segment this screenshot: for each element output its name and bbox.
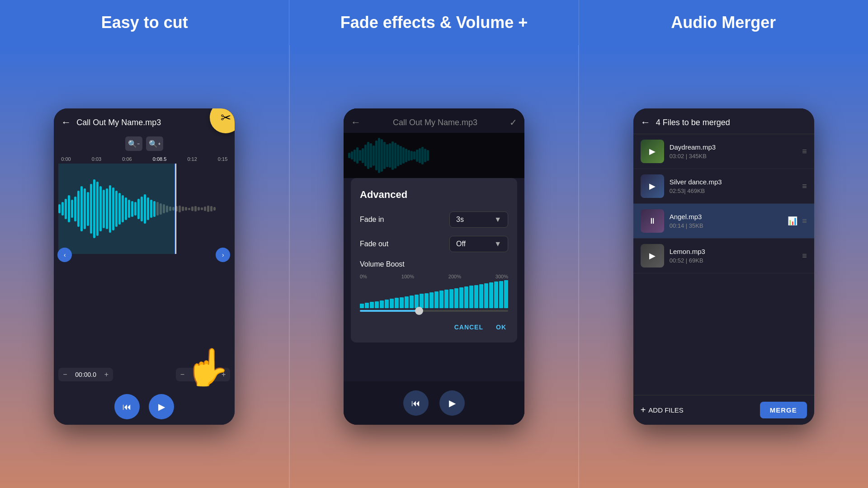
drag-handle-2[interactable]: ≡ [802,182,807,191]
banner-title-1: Easy to cut [101,13,188,32]
file-actions-1: ≡ [802,147,807,156]
fade-out-dropdown[interactable]: Off ▼ [449,236,508,252]
vol-bar [479,284,483,308]
cancel-button[interactable]: CANCEL [453,321,485,333]
file-item-4[interactable]: ▶ Lemon.mp3 00:52 | 69KB ≡ [633,239,814,273]
wave-bar-dim [383,142,386,169]
volume-slider-track[interactable] [360,310,508,312]
wave-bar-dim [378,138,380,173]
fade-out-row: Fade out Off ▼ [360,236,508,252]
banner-section-1: Easy to cut [0,0,289,45]
playhead [175,164,176,254]
panel-easy-cut: ✂ ← Call Out My Name.mp3 🔍− 🔍+ 0:00 0:03… [0,45,289,488]
dialog-actions: CANCEL OK [360,321,508,333]
fade-skip-back-button[interactable]: ⏮ [403,390,429,416]
merger-back-icon[interactable]: ← [641,117,651,128]
cut-back-icon[interactable]: ← [61,117,71,128]
volume-slider-thumb[interactable] [415,307,423,315]
wave-bar-dim [400,146,402,165]
file-thumb-4: ▶ [641,244,664,267]
wave-bar [191,206,193,211]
add-files-label: ADD FILES [648,406,684,414]
merge-button[interactable]: MERGE [760,402,807,418]
fade-back-icon[interactable]: ← [351,117,361,128]
dimmed-waveform [344,133,524,178]
chevron-down-icon-2: ▼ [494,240,501,248]
file-list: ▶ Daydream.mp3 03:02 | 345KB ≡ ▶ [633,134,814,395]
wave-bar [185,207,187,211]
file-actions-3: 📊 ≡ [788,216,807,226]
wave-bar [179,206,181,212]
end-time-minus[interactable]: − [180,371,184,379]
vol-bar [429,292,434,308]
file-item-2[interactable]: ▶ Silver dance.mp3 02:53| 469KB ≡ [633,169,814,204]
trim-handle-right[interactable]: › [216,248,230,262]
wave-bar-dim [362,148,364,163]
vol-bar [380,300,384,308]
check-icon[interactable]: ✓ [509,117,517,128]
ok-button[interactable]: OK [494,321,508,333]
file-item-3[interactable]: ⏸ Angel.mp3 00:14 | 35KB 📊 ≡ [633,204,814,239]
vol-bar [464,286,468,308]
banner-section-2: Fade effects & Volume + [289,0,579,45]
volume-slider-fill [360,310,419,312]
merger-footer: + ADD FILES MERGE [633,395,814,425]
file-name-2: Silver dance.mp3 [670,178,797,186]
wave-bar-dim [375,141,377,170]
file-info-1: Daydream.mp3 03:02 | 345KB [670,143,797,160]
vol-bar [489,282,493,308]
drag-handle-4[interactable]: ≡ [802,251,807,261]
trim-handle-left[interactable]: ‹ [57,248,72,262]
zoom-controls: 🔍− 🔍+ [54,133,235,155]
vol-bar [365,303,369,308]
fade-in-dropdown[interactable]: 3s ▼ [449,211,508,228]
file-thumb-2: ▶ [641,174,664,198]
phone-fade: ← Call Out My Name.mp3 ✓ Advanced Fade i… [344,108,524,425]
fade-in-row: Fade in 3s ▼ [360,211,508,228]
vol-bar [469,286,473,308]
wave-bar-dim [389,143,391,168]
waveform: ‹ › [58,164,230,254]
wave-bar-dim [397,145,399,166]
end-time-display: 00:13 [187,371,219,378]
zoom-out-btn[interactable]: 🔍− [125,136,142,151]
vol-bar [504,280,508,308]
play-button[interactable]: ▶ [149,394,174,419]
skip-back-button[interactable]: ⏮ [114,394,140,419]
file-meta-4: 00:52 | 69KB [670,257,797,264]
vol-bar [410,296,414,308]
phone-cut: ✂ ← Call Out My Name.mp3 🔍− 🔍+ 0:00 0:03… [54,108,235,425]
banner-section-3: Audio Merger [579,0,868,45]
wave-bar [201,207,203,210]
wave-bar-dim [367,142,369,169]
start-time-minus[interactable]: − [63,371,67,379]
merger-header: ← 4 Files to be merged [633,108,814,134]
vol-bar [499,281,503,308]
wave-bar-dim [348,153,350,158]
volume-label: Volume Boost [360,260,508,268]
add-files-button[interactable]: + ADD FILES [641,405,684,415]
vol-bar [405,296,409,308]
phone-merger: ← 4 Files to be merged ▶ Daydream.mp3 03… [633,108,814,425]
vol-bar [454,288,458,308]
advanced-dialog: Advanced Fade in 3s ▼ Fade out Off ▼ [351,178,517,343]
volume-section: Volume Boost 0% 100% 200% 300% [360,260,508,312]
vol-bar [439,291,443,308]
end-time-plus[interactable]: + [222,371,226,379]
timeline: 0:00 0:03 0:06 0:08.5 0:12 0:15 [58,155,230,164]
vol-bar [360,304,364,308]
vol-bar [434,291,439,308]
file-info-3: Angel.mp3 00:14 | 35KB [670,213,782,229]
wave-bar [204,206,206,211]
drag-handle-3[interactable]: ≡ [802,216,807,226]
file-item-1[interactable]: ▶ Daydream.mp3 03:02 | 345KB ≡ [633,134,814,169]
start-time-plus[interactable]: + [104,371,108,379]
wave-bar [207,206,209,212]
zoom-in-btn[interactable]: 🔍+ [146,136,163,151]
vol-bar [474,285,478,308]
wave-bar [182,206,184,211]
fade-play-button[interactable]: ▶ [439,390,465,416]
wave-bar-dim [402,147,405,164]
drag-handle-1[interactable]: ≡ [802,147,807,156]
wave-bar [213,207,216,211]
